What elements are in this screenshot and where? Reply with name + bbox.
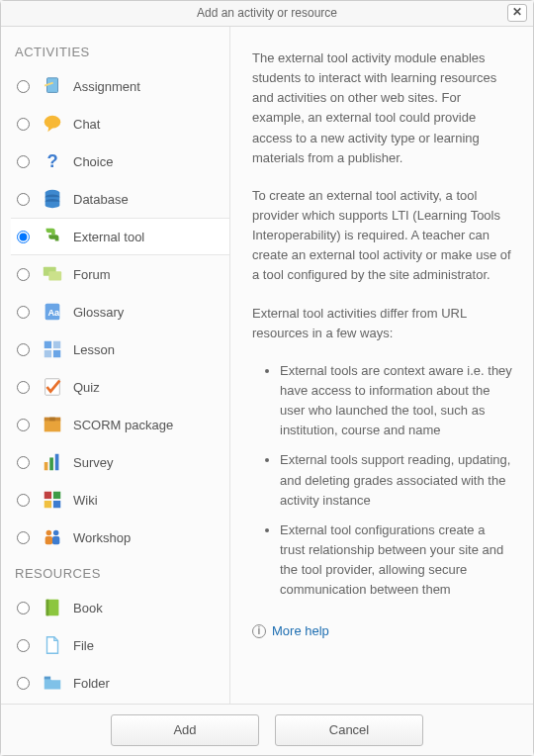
activity-label: Lesson — [73, 342, 115, 357]
section-header-resources: RESOURCES — [11, 556, 229, 589]
activities-list: AssignmentChat?ChoiceDatabaseExternal to… — [11, 67, 229, 556]
description-paragraph: To create an external tool activity, a t… — [252, 186, 513, 286]
activity-label: Chat — [73, 117, 100, 132]
activity-row-chat[interactable]: Chat — [11, 105, 229, 142]
resources-list: BookFileFolder — [11, 589, 229, 702]
svg-rect-18 — [53, 350, 60, 357]
book-icon — [40, 597, 65, 618]
dialog-footer: Add Cancel — [1, 704, 533, 755]
activity-label: Quiz — [73, 380, 100, 395]
activity-label: SCORM package — [73, 418, 173, 432]
activity-radio-external-tool[interactable] — [17, 231, 30, 243]
activity-radio-wiki[interactable] — [17, 494, 30, 507]
description-pane: The external tool activity module enable… — [230, 27, 533, 704]
activity-row-glossary[interactable]: AaGlossary — [11, 293, 229, 331]
activity-row-choice[interactable]: ?Choice — [11, 142, 229, 180]
file-icon — [40, 634, 65, 656]
svg-rect-23 — [44, 462, 48, 470]
activity-label: Survey — [73, 455, 113, 470]
svg-rect-15 — [44, 341, 51, 348]
activity-label: Forum — [73, 267, 111, 282]
activity-list-pane[interactable]: ACTIVITIES AssignmentChat?ChoiceDatabase… — [1, 27, 230, 704]
description-paragraph: The external tool activity module enable… — [252, 48, 513, 168]
forum-icon — [40, 263, 65, 285]
activity-row-scorm[interactable]: SCORM package — [11, 406, 229, 443]
close-button[interactable]: ✕ — [507, 4, 527, 22]
activity-radio-lesson[interactable] — [17, 343, 30, 356]
activity-row-external-tool[interactable]: External tool — [11, 218, 229, 255]
activity-label: Assignment — [73, 79, 140, 94]
activity-radio-choice[interactable] — [17, 155, 30, 168]
more-help-link[interactable]: i More help — [252, 621, 329, 641]
survey-icon — [40, 451, 65, 473]
svg-rect-35 — [46, 600, 49, 616]
activity-label: Workshop — [73, 530, 131, 545]
glossary-icon: Aa — [40, 301, 65, 323]
activity-row-survey[interactable]: Survey — [11, 443, 229, 481]
add-button[interactable]: Add — [111, 714, 259, 746]
svg-point-10 — [45, 203, 60, 209]
activity-row-lesson[interactable]: Lesson — [11, 331, 229, 368]
quiz-icon — [40, 376, 65, 398]
activity-label: Database — [73, 192, 129, 207]
svg-rect-16 — [53, 341, 60, 348]
cancel-button[interactable]: Cancel — [275, 714, 423, 746]
lesson-icon — [40, 338, 65, 360]
activity-radio-scorm[interactable] — [17, 419, 30, 431]
activity-row-quiz[interactable]: Quiz — [11, 368, 229, 406]
svg-rect-36 — [44, 677, 50, 680]
activity-radio-glossary[interactable] — [17, 306, 30, 319]
activity-label: Glossary — [73, 305, 124, 320]
description-paragraph: External tool activities differ from URL… — [252, 304, 513, 343]
svg-point-30 — [46, 530, 52, 536]
activity-row-forum[interactable]: Forum — [11, 255, 229, 293]
svg-rect-24 — [49, 457, 53, 470]
activity-radio-file[interactable] — [17, 639, 30, 652]
activity-chooser-dialog: Add an activity or resource ✕ ACTIVITIES… — [0, 0, 534, 756]
svg-rect-12 — [48, 271, 61, 280]
activity-row-folder[interactable]: Folder — [11, 664, 229, 702]
activity-label: Wiki — [73, 493, 98, 508]
section-header-activities: ACTIVITIES — [11, 35, 229, 67]
more-help-label: More help — [272, 621, 329, 641]
activity-radio-quiz[interactable] — [17, 381, 30, 394]
activity-label: File — [73, 638, 94, 653]
dialog-header: Add an activity or resource ✕ — [1, 1, 533, 27]
activity-radio-book[interactable] — [17, 602, 30, 614]
activity-radio-database[interactable] — [17, 193, 30, 206]
folder-icon — [40, 672, 65, 694]
activity-radio-chat[interactable] — [17, 118, 30, 131]
activity-row-file[interactable]: File — [11, 626, 229, 664]
svg-rect-28 — [44, 501, 51, 508]
description-bullet: External tool configurations create a tr… — [280, 520, 513, 601]
svg-text:Aa: Aa — [47, 308, 60, 318]
activity-row-wiki[interactable]: Wiki — [11, 481, 229, 519]
assignment-icon — [40, 75, 65, 97]
activity-radio-folder[interactable] — [17, 677, 30, 690]
svg-rect-22 — [49, 418, 55, 422]
database-icon — [40, 188, 65, 210]
activity-radio-forum[interactable] — [17, 268, 30, 281]
activity-label: Folder — [73, 676, 110, 691]
workshop-icon — [40, 526, 65, 548]
svg-text:?: ? — [47, 150, 58, 171]
activity-row-database[interactable]: Database — [11, 180, 229, 218]
svg-rect-32 — [45, 536, 52, 544]
svg-point-2 — [44, 116, 61, 129]
dialog-title: Add an activity or resource — [197, 6, 337, 20]
activity-row-assignment[interactable]: Assignment — [11, 67, 229, 105]
activity-radio-assignment[interactable] — [17, 80, 30, 93]
activity-radio-survey[interactable] — [17, 456, 30, 469]
activity-label: Book — [73, 601, 103, 615]
svg-rect-33 — [52, 536, 59, 544]
chat-icon — [40, 113, 65, 135]
svg-rect-20 — [44, 420, 61, 431]
activity-row-book[interactable]: Book — [11, 589, 229, 626]
wiki-icon — [40, 489, 65, 511]
activity-row-workshop[interactable]: Workshop — [11, 519, 229, 556]
choice-icon: ? — [40, 150, 65, 172]
svg-rect-27 — [53, 492, 60, 499]
activity-radio-workshop[interactable] — [17, 531, 30, 544]
close-icon: ✕ — [512, 5, 522, 19]
info-icon: i — [252, 624, 266, 638]
